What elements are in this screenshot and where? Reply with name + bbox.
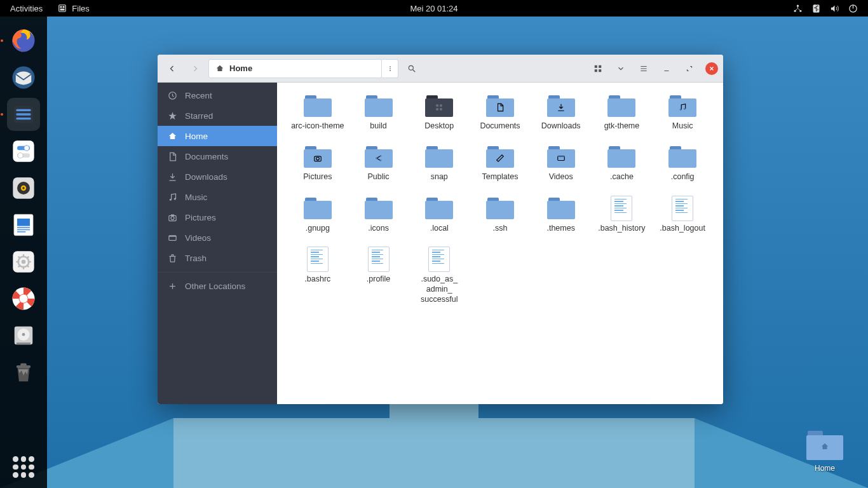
folder-icon xyxy=(365,95,393,117)
star-icon xyxy=(168,111,177,121)
folder-item[interactable]: Videos xyxy=(532,142,590,184)
activities-button[interactable]: Activities xyxy=(10,4,43,13)
folder-item[interactable]: .local xyxy=(410,194,468,236)
svg-point-34 xyxy=(19,294,28,303)
folder-item[interactable]: .ssh xyxy=(471,194,529,236)
file-label: .themes xyxy=(546,223,574,233)
sidebar-item-recent[interactable]: Recent xyxy=(158,85,277,105)
doc-icon xyxy=(168,152,177,161)
folder-item[interactable]: build xyxy=(349,92,408,133)
file-label: Desktop xyxy=(424,121,454,131)
folder-item[interactable]: arc-icon-theme xyxy=(288,92,347,133)
path-bar[interactable]: Home xyxy=(208,59,382,78)
view-grid-button[interactable] xyxy=(588,59,607,78)
nav-back-button[interactable] xyxy=(163,59,182,78)
file-label: .ssh xyxy=(493,223,508,233)
file-item[interactable]: .profile xyxy=(349,245,408,308)
file-item[interactable]: .sudo_​as_​admin_​successful xyxy=(410,245,468,308)
folder-item[interactable]: Public xyxy=(349,142,408,184)
view-dropdown-button[interactable] xyxy=(611,59,630,78)
folder-item[interactable]: gtk-theme xyxy=(593,92,651,133)
dock-disk-utility[interactable] xyxy=(7,319,40,352)
bluetooth-icon[interactable] xyxy=(811,4,821,13)
hamburger-menu-button[interactable] xyxy=(634,59,653,78)
file-item[interactable]: .bash_​logout xyxy=(653,194,712,236)
sidebar-item-home[interactable]: Home xyxy=(158,126,277,146)
folder-item[interactable]: .cache xyxy=(593,142,651,184)
svg-point-18 xyxy=(24,146,29,151)
sidebar-item-label: Videos xyxy=(185,233,211,243)
folder-item[interactable]: Music xyxy=(653,92,712,133)
minimize-button[interactable] xyxy=(657,59,676,78)
sidebar-item-label: Downloads xyxy=(185,172,227,182)
svg-point-41 xyxy=(390,66,391,67)
show-applications-button[interactable] xyxy=(13,456,34,478)
svg-rect-16 xyxy=(13,140,34,161)
app-menu[interactable]: Files xyxy=(58,4,89,13)
folder-item[interactable]: Pictures xyxy=(288,142,347,184)
sidebar-item-documents[interactable]: Documents xyxy=(158,146,277,166)
close-button[interactable] xyxy=(705,62,718,75)
file-label: Documents xyxy=(480,121,520,131)
files-app-icon xyxy=(58,4,67,13)
folder-item[interactable]: Templates xyxy=(471,142,529,184)
folder-icon xyxy=(304,95,332,117)
sidebar-item-videos[interactable]: Videos xyxy=(158,227,277,248)
dock-help[interactable] xyxy=(7,282,40,315)
volume-icon[interactable] xyxy=(830,4,839,13)
sidebar-item-pictures[interactable]: Pictures xyxy=(158,207,277,227)
power-icon[interactable] xyxy=(848,4,858,13)
dock-firefox[interactable] xyxy=(7,24,40,57)
folder-item[interactable]: .icons xyxy=(349,194,408,236)
folder-icon xyxy=(607,146,635,168)
file-label: Videos xyxy=(549,172,573,182)
video-icon xyxy=(168,233,177,243)
nav-forward-button[interactable] xyxy=(186,59,205,78)
folder-item[interactable]: Desktop xyxy=(410,92,468,133)
sidebar-item-starred[interactable]: Starred xyxy=(158,105,277,126)
trash-icon xyxy=(168,254,177,263)
folder-item[interactable]: snap xyxy=(410,142,468,184)
folder-item[interactable]: .gnupg xyxy=(288,194,347,236)
folder-item[interactable]: .config xyxy=(653,142,712,184)
sidebar-item-downloads[interactable]: Downloads xyxy=(158,166,277,187)
window-titlebar[interactable]: Home xyxy=(158,55,723,83)
folder-item[interactable]: Downloads xyxy=(532,92,590,133)
network-icon[interactable] xyxy=(793,4,803,13)
clock[interactable]: Mei 20 01:24 xyxy=(410,4,458,13)
file-item[interactable]: .bash_​history xyxy=(593,194,651,236)
dock-settings[interactable] xyxy=(7,135,40,168)
text-file-icon xyxy=(307,247,329,272)
svg-rect-27 xyxy=(17,227,30,228)
folder-icon xyxy=(304,198,332,219)
dock-rhythmbox[interactable] xyxy=(7,172,40,205)
file-label: .bash_​logout xyxy=(660,223,705,233)
path-menu-button[interactable] xyxy=(382,59,398,78)
dock-system-settings[interactable] xyxy=(7,245,40,278)
sidebar-item-trash[interactable]: Trash xyxy=(158,248,277,268)
path-label: Home xyxy=(229,64,252,73)
app-menu-label: Files xyxy=(72,4,89,13)
dock-trash[interactable] xyxy=(7,356,40,389)
svg-rect-48 xyxy=(595,69,597,72)
svg-rect-46 xyxy=(595,65,597,67)
dock-files[interactable] xyxy=(7,98,40,131)
home-icon xyxy=(215,64,224,73)
search-button[interactable] xyxy=(402,59,421,78)
sidebar-item-other[interactable]: Other Locations xyxy=(158,272,277,296)
dock-thunderbird[interactable] xyxy=(7,61,40,94)
folder-item[interactable]: .themes xyxy=(532,194,590,236)
folder-icon xyxy=(486,198,514,219)
maximize-button[interactable] xyxy=(680,59,699,78)
svg-rect-2 xyxy=(63,6,65,8)
svg-rect-0 xyxy=(59,5,66,12)
places-sidebar: RecentStarredHomeDocumentsDownloadsMusic… xyxy=(158,83,277,404)
sidebar-item-music[interactable]: Music xyxy=(158,187,277,207)
dock-libreoffice[interactable] xyxy=(7,208,40,241)
folder-icon xyxy=(365,146,393,168)
file-item[interactable]: .bashrc xyxy=(288,245,347,308)
svg-line-45 xyxy=(413,69,416,72)
file-grid: arc-icon-themebuildDesktopDocumentsDownl… xyxy=(277,83,723,404)
desktop-home-folder[interactable]: Home xyxy=(801,431,849,473)
folder-item[interactable]: Documents xyxy=(471,92,529,133)
